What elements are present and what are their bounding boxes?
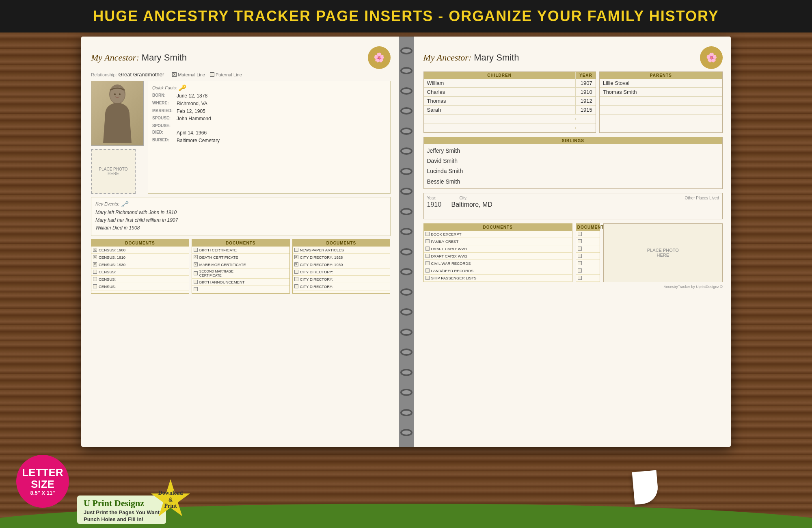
other-label: Other Places Lived bbox=[685, 196, 719, 200]
download-badge: Download & Print bbox=[150, 479, 191, 520]
cert-blank-checkbox[interactable] bbox=[194, 287, 198, 291]
parent-lillie: Lillie Stoval bbox=[600, 79, 722, 88]
census-1910: CENSUS: 1910 bbox=[91, 254, 189, 261]
city-dir-blank-2-checkbox[interactable] bbox=[294, 277, 298, 281]
maternal-line-item: Maternal Line bbox=[172, 72, 205, 77]
ancestor-photo bbox=[91, 81, 144, 146]
marriage-cert: MARRIAGE CERTIFICATE bbox=[192, 261, 289, 268]
spiral-ring bbox=[400, 389, 412, 396]
city-dir-blank-3-checkbox[interactable] bbox=[294, 284, 298, 288]
book-excerpt: BOOK EXCERPT bbox=[424, 231, 572, 238]
birth-cert: BIRTH CERTIFICATE bbox=[192, 247, 289, 254]
child-sarah: Sarah 1915 bbox=[424, 106, 596, 115]
census-blank-2-checkbox[interactable] bbox=[93, 277, 97, 281]
quick-facts-title: Quick Facts: 🔑 bbox=[152, 84, 386, 91]
right-doc-header-2: DOCUMENTS bbox=[576, 224, 600, 231]
census-1900: CENSUS: 1900 bbox=[91, 247, 189, 254]
right-ancestor-name: Mary Smith bbox=[474, 52, 519, 63]
spiral-ring bbox=[400, 348, 412, 356]
city-dir-blank-2: CITY DIRECTORY: bbox=[293, 276, 390, 283]
extra-cb-5[interactable] bbox=[578, 261, 582, 265]
census-blank-3: CENSUS: bbox=[91, 283, 189, 290]
city-dir-1930-checkbox[interactable] bbox=[294, 262, 298, 266]
sibling-lucinda: Lucinda Smith bbox=[427, 166, 719, 176]
family-crest-checkbox[interactable] bbox=[425, 239, 430, 243]
main-content-area: PLACE PHOTO HERE Quick Facts: 🔑 BORN: Ju… bbox=[91, 81, 391, 194]
right-doc-header-1: DOCUMENTS bbox=[424, 224, 572, 231]
children-table: CHILDREN YEAR William 1907 Charles 1910 … bbox=[423, 71, 596, 133]
spiral-ring bbox=[400, 147, 412, 155]
doc-header-2: DOCUMENTS bbox=[192, 240, 289, 247]
extra-cb-4[interactable] bbox=[578, 254, 582, 258]
draft-card-ww1: DRAFT CARD: WW1 bbox=[424, 245, 572, 253]
event-3: William Died in 1908 bbox=[95, 224, 386, 232]
spiral-ring bbox=[400, 308, 412, 316]
marriage-cert-checkbox[interactable] bbox=[194, 262, 198, 266]
draft-card-ww2-checkbox[interactable] bbox=[425, 254, 430, 258]
spiral-ring bbox=[400, 87, 412, 95]
extra-cb-1[interactable] bbox=[578, 232, 582, 236]
spiral-ring bbox=[400, 208, 412, 215]
extra-cb-3[interactable] bbox=[578, 247, 582, 251]
right-photo-placeholder: PLACE PHOTO HERE bbox=[603, 223, 723, 282]
page-right: My Ancestor: Mary Smith 🌸 CHILDREN YEAR … bbox=[414, 37, 731, 447]
census-blank-1-checkbox[interactable] bbox=[93, 270, 97, 274]
census-1930: CENSUS: 1930 bbox=[91, 261, 189, 268]
letter-size-line2: SIZE bbox=[31, 478, 54, 490]
extra-cb-6[interactable] bbox=[578, 268, 582, 273]
portrait-svg bbox=[93, 82, 142, 145]
extra-cb-2[interactable] bbox=[578, 239, 582, 243]
spiral-ring bbox=[400, 409, 412, 416]
right-ancestor-label: My Ancestor: bbox=[423, 52, 472, 63]
paternal-line-item: Paternal Line bbox=[210, 72, 242, 77]
spiral-ring bbox=[400, 429, 412, 436]
newspaper-checkbox[interactable] bbox=[294, 248, 298, 252]
census-1900-checkbox[interactable] bbox=[93, 248, 97, 252]
siblings-list: Jeffery Smith David Smith Lucinda Smith … bbox=[424, 144, 723, 188]
relationship-label: Relationship: bbox=[91, 72, 117, 77]
draft-card-ww1-checkbox[interactable] bbox=[425, 247, 430, 251]
spiral-ring bbox=[400, 67, 412, 74]
death-cert-checkbox[interactable] bbox=[194, 255, 198, 259]
civil-war-records: CIVIL WAR RECORDS bbox=[424, 260, 572, 267]
city-dir-1928-checkbox[interactable] bbox=[294, 255, 298, 259]
letter-size-dims: 8.5" X 11" bbox=[30, 490, 55, 496]
banner-text: HUGE ANCESTRY TRACKER PAGE INSERTS - ORG… bbox=[93, 8, 719, 25]
city-dir-1928: CITY DIRECTORY: 1928 bbox=[293, 254, 390, 261]
second-marriage-cert-checkbox[interactable] bbox=[194, 271, 198, 275]
footer-text: AncestryTracker by UprintDesignz © bbox=[423, 285, 723, 289]
fact-buried: BURIED: Baltimore Cemetary bbox=[152, 137, 386, 144]
place-year-1910: 1910 bbox=[427, 201, 451, 208]
child-william: William 1907 bbox=[424, 79, 596, 88]
maternal-checkbox bbox=[172, 72, 177, 77]
paternal-line-label: Paternal Line bbox=[216, 72, 242, 77]
notebook: My Ancestor: Mary Smith 🌸 Relationship: … bbox=[81, 37, 731, 447]
land-deed-checkbox[interactable] bbox=[425, 268, 430, 273]
census-blank-3-checkbox[interactable] bbox=[93, 284, 97, 288]
top-banner: HUGE ANCESTRY TRACKER PAGE INSERTS - ORG… bbox=[0, 0, 812, 32]
children-parents-section: CHILDREN YEAR William 1907 Charles 1910 … bbox=[423, 71, 723, 133]
ship-passenger-checkbox[interactable] bbox=[425, 276, 430, 280]
city-dir-blank-1-checkbox[interactable] bbox=[294, 270, 298, 274]
census-1910-checkbox[interactable] bbox=[93, 255, 97, 259]
birth-cert-checkbox[interactable] bbox=[194, 248, 198, 252]
child-blank-1 bbox=[424, 115, 596, 123]
year-label: Year: bbox=[427, 196, 460, 200]
left-ancestor-name: Mary Smith bbox=[142, 52, 187, 63]
book-excerpt-checkbox[interactable] bbox=[425, 232, 430, 236]
spiral-ring bbox=[400, 288, 412, 296]
right-doc-col-2: DOCUMENTS bbox=[576, 223, 600, 282]
brand-tagline: Just Print the Pages You Want bbox=[84, 509, 160, 515]
extra-cb-7[interactable] bbox=[578, 276, 582, 280]
spiral-ring bbox=[400, 268, 412, 275]
spiral-ring bbox=[400, 248, 412, 255]
places-labels: Year: City: Other Places Lived bbox=[427, 196, 719, 200]
census-1930-checkbox[interactable] bbox=[93, 262, 97, 266]
sibling-bessie: Bessie Smith bbox=[427, 177, 719, 187]
birth-announcement-checkbox[interactable] bbox=[194, 280, 198, 284]
civil-war-checkbox[interactable] bbox=[425, 261, 430, 265]
spiral-ring bbox=[400, 329, 412, 336]
child-thomas: Thomas 1912 bbox=[424, 97, 596, 106]
letter-size-line1: LETTER bbox=[22, 467, 63, 478]
spiral-binding bbox=[399, 37, 414, 447]
